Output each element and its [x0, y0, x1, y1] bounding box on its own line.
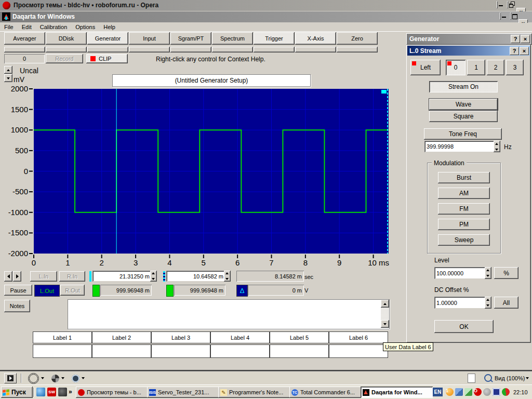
tone-freq-spinner[interactable]	[494, 141, 500, 152]
level-unit-button[interactable]: %	[494, 267, 518, 279]
menu-edit[interactable]: Edit	[18, 23, 36, 31]
opera-titlebar[interactable]: Просмотр темы - bldc-hv • roboforum.ru -…	[0, 0, 532, 11]
notes-scroll-down-icon[interactable]	[381, 320, 389, 328]
stream-3-button[interactable]: 3	[506, 60, 524, 75]
stream-2-button[interactable]: 2	[487, 60, 504, 75]
cursor1-time-field[interactable]: 21.31250 m	[92, 271, 152, 282]
taskbar-task-opera[interactable]: Просмотр темы - b...	[76, 387, 148, 398]
wave-button[interactable]: Wave	[429, 99, 498, 110]
user-label-value-4[interactable]	[210, 344, 270, 358]
tray-antivirus-icon[interactable]	[502, 388, 510, 396]
tab-input[interactable]: Input	[129, 32, 170, 45]
start-button[interactable]: Пуск	[1, 387, 33, 398]
tab-x-axis[interactable]: X-Axis	[295, 32, 336, 45]
l-in-button[interactable]: L.In	[30, 271, 57, 282]
user-label-value-5[interactable]	[270, 344, 329, 358]
dc-offset-all-button[interactable]: All	[494, 297, 518, 309]
stream-panel-titlebar[interactable]: L.0 Stream ? ×	[407, 46, 530, 56]
pause-button[interactable]: Pause	[4, 285, 32, 296]
tab-spectrum[interactable]: Spectrum	[212, 32, 253, 45]
r-in-button[interactable]: R.In	[59, 271, 85, 282]
daqarta-maximize-button[interactable]	[510, 12, 511, 20]
tone-freq-input[interactable]: 399.99998	[424, 141, 496, 152]
quick-launch-icon-3[interactable]	[58, 388, 67, 396]
stream-1-button[interactable]: 1	[467, 60, 485, 75]
waveform-plot[interactable]	[29, 86, 395, 270]
user-label-header-2[interactable]: Label 2	[92, 331, 151, 343]
y-scale-up-button[interactable]	[4, 66, 12, 74]
opera-clock-icon[interactable]	[72, 375, 79, 382]
daqarta-minimize-button[interactable]	[500, 12, 501, 20]
stream-0-button[interactable]: 0	[446, 60, 466, 75]
taskbar-task-total-commander[interactable]: TC Total Commander 6...	[289, 387, 362, 398]
language-indicator[interactable]: EN	[433, 388, 443, 396]
tray-volume-icon[interactable]	[483, 388, 491, 396]
sweep-button[interactable]: Sweep	[438, 234, 490, 246]
scroll-left-button[interactable]	[4, 271, 12, 282]
taskbar-task-daqarta[interactable]: Daqarta for Wind...	[361, 387, 433, 398]
level-spinner[interactable]	[485, 267, 491, 279]
tray-opera-icon[interactable]: O	[474, 388, 482, 396]
tab-generator[interactable]: Generator	[87, 32, 128, 45]
cursor2-time-field[interactable]: 10.64582 m	[166, 271, 225, 282]
tray-display-icon[interactable]	[493, 388, 500, 396]
stream-on-button[interactable]: Stream On	[429, 81, 498, 92]
clip-indicator[interactable]: CLIP	[86, 54, 128, 63]
opera-panels-toggle-button[interactable]	[4, 373, 17, 383]
taskbar-task-programmers-notepad[interactable]: ✎ Programmer's Note...	[218, 387, 290, 398]
channel-left-button[interactable]: Left	[410, 60, 441, 75]
menu-options[interactable]: Options	[71, 23, 99, 31]
notes-button[interactable]: Notes	[4, 300, 30, 312]
opera-minimize-button[interactable]	[497, 1, 498, 8]
quick-launch-chevron[interactable]: »	[69, 388, 72, 395]
fm-button[interactable]: FM	[438, 203, 490, 215]
tab-ddisk[interactable]: DDisk	[46, 32, 87, 45]
tab-trigger[interactable]: Trigger	[254, 32, 295, 45]
generator-help-button[interactable]: ?	[511, 35, 520, 43]
generator-panel-titlebar[interactable]: Generator ? ×	[406, 33, 532, 45]
print-preview-icon[interactable]	[468, 374, 475, 383]
tab-averager[interactable]: Averager	[4, 32, 45, 45]
menu-file[interactable]: File	[0, 23, 18, 31]
user-label-value-1[interactable]	[33, 344, 92, 358]
user-label-value-6[interactable]	[329, 344, 388, 358]
dc-offset-input[interactable]: 1.00000	[434, 297, 487, 309]
burst-button[interactable]: Burst	[438, 172, 490, 183]
opera-zoom-label[interactable]: Вид (100%)	[495, 375, 525, 381]
user-label-value-3[interactable]	[151, 344, 210, 358]
user-label-header-1[interactable]: Label 1	[33, 331, 92, 343]
taskbar-task-servo-tester[interactable]: ISIS Servo_Tester_231...	[147, 387, 219, 398]
tray-update-icon[interactable]: 1	[446, 388, 454, 396]
tab-zero[interactable]: Zero	[337, 32, 378, 45]
user-label-header-3[interactable]: Label 3	[151, 331, 210, 343]
opera-sync-icon[interactable]	[28, 373, 39, 384]
y-scale-down-button[interactable]	[4, 74, 12, 82]
zoom-magnifier-icon[interactable]	[484, 374, 492, 382]
stream-help-button[interactable]: ?	[510, 47, 519, 55]
quick-launch-icon-1[interactable]	[36, 388, 45, 396]
tab-sgram-pt[interactable]: Sgram/PT	[170, 32, 211, 45]
user-label-value-2[interactable]	[92, 344, 151, 358]
notes-textarea[interactable]	[68, 299, 390, 329]
stream-close-button[interactable]: ×	[520, 47, 529, 55]
opera-fan-icon[interactable]	[51, 375, 59, 382]
record-button[interactable]: Record	[46, 54, 83, 63]
generator-close-button[interactable]: ×	[521, 35, 530, 43]
quick-launch-icon-2[interactable]: SW	[47, 388, 56, 396]
notes-scroll-up-icon[interactable]	[381, 300, 389, 308]
tray-printer-icon[interactable]	[464, 388, 472, 396]
menu-calibration[interactable]: Calibration	[36, 23, 72, 31]
user-label-header-5[interactable]: Label 5	[270, 331, 329, 343]
notes-scrollbar[interactable]	[381, 300, 389, 328]
opera-restore-button[interactable]	[507, 1, 508, 8]
pm-button[interactable]: PM	[438, 219, 490, 230]
l-out-button[interactable]: L.Out	[34, 285, 60, 297]
am-button[interactable]: AM	[438, 188, 490, 199]
wave-type-button[interactable]: Square	[429, 111, 498, 122]
tone-freq-button[interactable]: Tone Freq	[424, 128, 502, 140]
menu-help[interactable]: Help	[99, 23, 119, 31]
cursor2-spinner[interactable]	[224, 271, 231, 282]
dc-offset-spinner[interactable]	[485, 297, 491, 309]
scroll-right-button[interactable]	[13, 271, 21, 282]
tray-network-icon[interactable]	[455, 388, 463, 396]
